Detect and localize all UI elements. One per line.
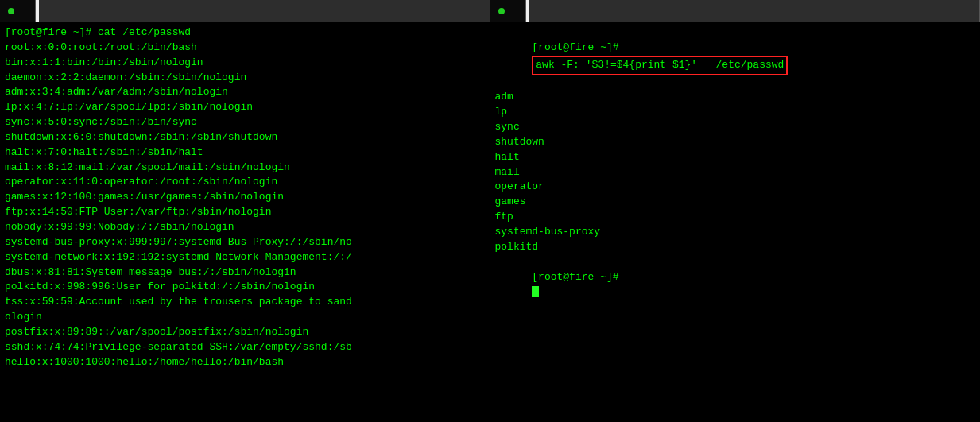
- list-item: lp:x:4:7:lp:/var/spool/lpd:/sbin/nologin: [5, 100, 485, 115]
- cursor: [532, 286, 539, 297]
- list-item: operator:x:11:0:operator:/root:/sbin/nol…: [5, 175, 485, 190]
- left-prompt-line: [root@fire ~]# cat /etc/passwd: [5, 25, 485, 41]
- list-item: ftp: [495, 210, 976, 225]
- right-tab-group: [490, 0, 981, 22]
- right-terminal[interactable]: [root@fire ~]# awk -F: '$3!=$4{print $1}…: [490, 22, 981, 422]
- list-item: bin:x:1:1:bin:/bin:/sbin/nologin: [5, 56, 485, 71]
- list-item: adm: [495, 90, 976, 105]
- list-item: adm:x:3:4:adm:/var/adm:/sbin/nologin: [5, 85, 485, 100]
- list-item: mail:x:8:12:mail:/var/spool/mail:/sbin/n…: [5, 161, 485, 176]
- list-item: halt: [495, 150, 976, 165]
- list-item: mail: [495, 165, 976, 180]
- right-prompt: [root@fire ~]#: [532, 41, 625, 53]
- right-command-highlighted: awk -F: '$3!=$4{print $1}' /etc/passwd: [532, 56, 788, 75]
- right-tab-add[interactable]: [526, 0, 529, 22]
- list-item: ftp:x:14:50:FTP User:/var/ftp:/sbin/nolo…: [5, 205, 485, 220]
- list-item: lp: [495, 105, 976, 120]
- left-tab[interactable]: [0, 0, 36, 22]
- list-item: halt:x:7:0:halt:/sbin:/sbin/halt: [5, 145, 485, 161]
- list-item: postfix:x:89:89::/var/spool/postfix:/sbi…: [5, 325, 485, 340]
- list-item: systemd-bus-proxy: [495, 225, 976, 240]
- list-item: daemon:x:2:2:daemon:/sbin:/sbin/nologin: [5, 71, 485, 86]
- right-prompt-line: [root@fire ~]# awk -F: '$3!=$4{print $1}…: [495, 25, 976, 90]
- right-output: admlpsyncshutdownhaltmailoperatorgamesft…: [495, 90, 976, 254]
- list-item: games: [495, 195, 976, 210]
- list-item: sshd:x:74:74:Privilege-separated SSH:/va…: [5, 340, 485, 355]
- list-item: sync: [495, 120, 976, 135]
- list-item: systemd-network:x:192:192:systemd Networ…: [5, 250, 485, 265]
- list-item: hello:x:1000:1000:hello:/home/hello:/bin…: [5, 355, 485, 370]
- left-output: root:x:0:0:root:/root:/bin/bashbin:x:1:1…: [5, 41, 485, 370]
- list-item: ologin: [5, 310, 485, 325]
- list-item: polkitd:x:998:996:User for polkitd:/:/sb…: [5, 280, 485, 295]
- list-item: dbus:x:81:81:System message bus:/:/sbin/…: [5, 265, 485, 281]
- right-tab[interactable]: [490, 0, 526, 22]
- left-tab-group: [0, 0, 490, 22]
- list-item: systemd-bus-proxy:x:999:997:systemd Bus …: [5, 235, 485, 250]
- list-item: root:x:0:0:root:/root:/bin/bash: [5, 41, 485, 56]
- left-tab-dot: [8, 8, 14, 14]
- right-final-prompt-line: [root@fire ~]#: [495, 255, 976, 315]
- left-terminal[interactable]: [root@fire ~]# cat /etc/passwd root:x:0:…: [0, 22, 490, 422]
- list-item: operator: [495, 180, 976, 195]
- list-item: nobody:x:99:99:Nobody:/:/sbin/nologin: [5, 220, 485, 235]
- tab-bar: [0, 0, 980, 22]
- list-item: games:x:12:100:games:/usr/games:/sbin/no…: [5, 190, 485, 205]
- list-item: tss:x:59:59:Account used by the trousers…: [5, 295, 485, 310]
- list-item: shutdown:x:6:0:shutdown:/sbin:/sbin/shut…: [5, 130, 485, 145]
- left-tab-add[interactable]: [36, 0, 39, 22]
- list-item: polkitd: [495, 240, 976, 255]
- right-tab-dot: [498, 8, 505, 14]
- right-final-prompt: [root@fire ~]#: [532, 271, 625, 283]
- terminals-container: [root@fire ~]# cat /etc/passwd root:x:0:…: [0, 22, 980, 422]
- list-item: sync:x:5:0:sync:/sbin:/bin/sync: [5, 115, 485, 130]
- list-item: shutdown: [495, 135, 976, 150]
